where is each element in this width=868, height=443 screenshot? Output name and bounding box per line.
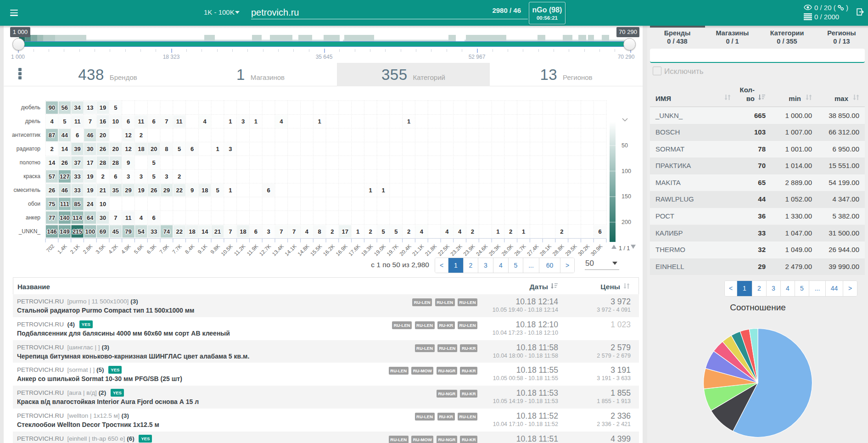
svg-text:26.0K: 26.0K bbox=[500, 243, 514, 257]
svg-text:100: 100 bbox=[622, 168, 631, 174]
svg-text:4: 4 bbox=[203, 118, 207, 125]
svg-text:37: 37 bbox=[74, 159, 80, 166]
svg-text:анкер: анкер bbox=[26, 214, 40, 221]
svg-text:4.2K: 4.2K bbox=[107, 243, 119, 255]
svg-text:16.2K: 16.2K bbox=[322, 243, 336, 257]
svg-text:77: 77 bbox=[49, 214, 55, 221]
svg-text:34: 34 bbox=[74, 104, 81, 111]
svg-text:28: 28 bbox=[112, 159, 119, 166]
svg-text:3: 3 bbox=[267, 228, 270, 235]
svg-text:19: 19 bbox=[100, 104, 106, 111]
svg-text:5: 5 bbox=[114, 104, 117, 111]
svg-text:1: 1 bbox=[254, 118, 258, 125]
svg-text:150: 150 bbox=[622, 193, 631, 200]
svg-text:4: 4 bbox=[140, 214, 143, 221]
svg-text:10: 10 bbox=[112, 118, 119, 125]
svg-text:14.8K: 14.8K bbox=[297, 243, 310, 257]
svg-text:1: 1 bbox=[318, 118, 321, 125]
svg-text:54: 54 bbox=[138, 228, 145, 235]
svg-text:6.3K: 6.3K bbox=[146, 243, 157, 255]
svg-text:12.7K: 12.7K bbox=[258, 243, 272, 257]
svg-text:7: 7 bbox=[229, 228, 232, 235]
svg-text:18: 18 bbox=[189, 228, 195, 235]
svg-text:26: 26 bbox=[62, 159, 68, 166]
svg-text:87: 87 bbox=[49, 132, 55, 139]
svg-text:6: 6 bbox=[76, 132, 79, 139]
svg-text:24.6K: 24.6K bbox=[475, 243, 489, 257]
svg-text:11.2K: 11.2K bbox=[233, 243, 246, 257]
svg-text:29: 29 bbox=[125, 187, 131, 194]
svg-text:14: 14 bbox=[202, 228, 208, 235]
svg-text:5: 5 bbox=[178, 146, 181, 152]
svg-text:обои: обои bbox=[28, 201, 40, 207]
svg-text:11: 11 bbox=[125, 214, 132, 221]
svg-text:2: 2 bbox=[560, 228, 563, 235]
svg-text:3: 3 bbox=[140, 173, 143, 180]
svg-text:2: 2 bbox=[369, 228, 372, 235]
svg-text:33: 33 bbox=[74, 173, 80, 180]
svg-text:114: 114 bbox=[73, 214, 83, 221]
svg-text:45: 45 bbox=[112, 228, 119, 235]
svg-text:3: 3 bbox=[229, 146, 232, 152]
svg-text:111: 111 bbox=[60, 201, 69, 207]
svg-text:дрель: дрель bbox=[25, 118, 40, 124]
svg-text:57: 57 bbox=[49, 173, 55, 180]
svg-text:8: 8 bbox=[318, 228, 321, 235]
svg-text:1: 1 bbox=[369, 187, 372, 194]
svg-text:антисептик: антисептик bbox=[12, 132, 41, 138]
svg-text:19.7K: 19.7K bbox=[386, 243, 399, 257]
svg-text:26.7K: 26.7K bbox=[513, 243, 527, 257]
svg-text:26: 26 bbox=[100, 146, 106, 152]
svg-text:26: 26 bbox=[49, 187, 55, 194]
svg-text:30.9K: 30.9K bbox=[590, 243, 604, 257]
svg-text:5: 5 bbox=[63, 118, 66, 125]
svg-text:6: 6 bbox=[114, 173, 117, 180]
svg-text:27.4K: 27.4K bbox=[526, 243, 540, 257]
svg-text:20: 20 bbox=[100, 132, 106, 139]
svg-text:30.2K: 30.2K bbox=[577, 243, 591, 257]
svg-text:1: 1 bbox=[229, 187, 232, 194]
svg-text:20.4K: 20.4K bbox=[398, 243, 412, 257]
svg-text:12: 12 bbox=[125, 146, 131, 152]
svg-text:4: 4 bbox=[50, 118, 54, 125]
svg-text:16: 16 bbox=[100, 118, 106, 125]
svg-text:9: 9 bbox=[190, 187, 194, 194]
svg-text:5: 5 bbox=[152, 173, 156, 180]
svg-text:4.9K: 4.9K bbox=[120, 243, 132, 255]
svg-text:50: 50 bbox=[622, 142, 628, 149]
svg-text:5: 5 bbox=[394, 228, 398, 235]
svg-text:13.4K: 13.4K bbox=[271, 243, 285, 257]
svg-text:26: 26 bbox=[151, 187, 157, 194]
svg-text:39: 39 bbox=[74, 146, 80, 152]
svg-text:215: 215 bbox=[73, 228, 83, 235]
svg-text:19: 19 bbox=[87, 187, 93, 194]
svg-text:7: 7 bbox=[89, 118, 92, 125]
svg-text:7.7K: 7.7K bbox=[171, 243, 183, 255]
svg-text:12: 12 bbox=[125, 132, 131, 139]
svg-text:8.4K: 8.4K bbox=[184, 243, 196, 255]
svg-text:149: 149 bbox=[60, 228, 70, 235]
svg-text:140: 140 bbox=[60, 214, 70, 221]
svg-text:6: 6 bbox=[190, 146, 194, 152]
svg-text:2: 2 bbox=[330, 228, 334, 235]
svg-text:17.6K: 17.6K bbox=[347, 243, 361, 257]
svg-text:3: 3 bbox=[127, 173, 130, 180]
svg-text:19: 19 bbox=[138, 187, 144, 194]
svg-text:14: 14 bbox=[62, 146, 68, 152]
svg-text:11.9K: 11.9K bbox=[246, 243, 259, 257]
svg-text:75: 75 bbox=[49, 201, 55, 207]
svg-text:16.9K: 16.9K bbox=[335, 243, 348, 257]
svg-text:2: 2 bbox=[101, 173, 104, 180]
svg-text:4: 4 bbox=[305, 228, 309, 235]
svg-text:200: 200 bbox=[622, 219, 631, 225]
svg-text:3.5K: 3.5K bbox=[95, 243, 106, 255]
svg-text:3: 3 bbox=[165, 173, 168, 180]
svg-text:4: 4 bbox=[420, 228, 424, 235]
svg-text:56: 56 bbox=[62, 104, 68, 111]
svg-text:2: 2 bbox=[50, 146, 53, 152]
svg-text:35: 35 bbox=[112, 187, 119, 194]
svg-text:15.5K: 15.5K bbox=[309, 243, 323, 257]
svg-text:30: 30 bbox=[87, 146, 93, 152]
svg-text:10: 10 bbox=[100, 201, 106, 207]
svg-text:2.8K: 2.8K bbox=[82, 243, 93, 255]
